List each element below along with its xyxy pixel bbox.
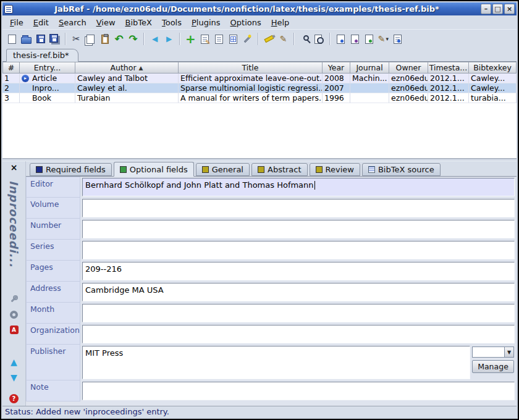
open-file-button[interactable] xyxy=(390,32,405,46)
url-link-icon[interactable]: ▸ xyxy=(22,75,29,82)
month-field[interactable] xyxy=(82,304,515,322)
redo-button[interactable]: ↷ xyxy=(126,32,140,46)
field-label: Note xyxy=(26,380,80,401)
edit-entry-button[interactable]: ✎ xyxy=(198,32,212,46)
next-entry-button[interactable]: ▼ xyxy=(9,372,20,382)
tab-review[interactable]: Review xyxy=(310,163,360,176)
tab-required-fields[interactable]: Required fields xyxy=(30,163,112,176)
write-xmp-button[interactable]: A xyxy=(9,325,20,335)
document-tab[interactable]: thesis-ref.bib* xyxy=(6,49,78,62)
open-database-button[interactable] xyxy=(19,32,33,46)
add-entry-button[interactable]: + xyxy=(184,32,198,46)
column-header-bibtexkey[interactable]: Bibtexkey xyxy=(469,62,517,74)
column-header-year[interactable]: Year xyxy=(323,62,350,74)
column-header-entrytype[interactable]: Entry... xyxy=(20,62,75,74)
generate-key-button[interactable] xyxy=(9,294,20,304)
back-arrow-icon: ◀ xyxy=(152,35,158,43)
publisher-field[interactable]: MIT Press xyxy=(82,346,470,379)
titlebar[interactable]: JabRef - /home/ezn06edu/Documents/nonfic… xyxy=(2,2,517,15)
undo-button[interactable]: ↶ xyxy=(112,32,126,46)
window-buttons: – □ × xyxy=(481,4,515,14)
push-to-application-button[interactable]: ✎▾ xyxy=(376,32,390,46)
series-field[interactable] xyxy=(82,241,515,259)
table-row-selected[interactable]: 2 Inpro... Cawley et al. Sparse multinom… xyxy=(2,83,517,93)
field-label: Number xyxy=(26,219,80,240)
wizard-button[interactable] xyxy=(240,32,255,46)
column-header-number[interactable]: # xyxy=(2,62,20,74)
cell-journal xyxy=(350,93,389,103)
address-field[interactable]: Cambridge MA USA xyxy=(82,283,515,301)
pencil-overlay-icon: ✎ xyxy=(206,39,211,46)
column-header-owner[interactable]: Owner xyxy=(389,62,428,74)
tab-bibtex-source[interactable]: BibTeX source xyxy=(362,163,441,176)
field-label: Pages xyxy=(26,261,80,282)
tab-optional-fields[interactable]: Optional fields xyxy=(114,162,194,177)
cell-year: 1996 xyxy=(323,93,350,103)
forward-button[interactable]: ▶ xyxy=(162,32,176,46)
cell-title: Efficient approximate leave-one-out... xyxy=(179,74,323,83)
table-row[interactable]: 3 Book Turabian A manual for writers of … xyxy=(2,93,517,103)
manage-button[interactable]: Manage xyxy=(472,360,514,373)
menu-help[interactable]: Help xyxy=(266,17,295,28)
field-value: 209--216 xyxy=(85,264,122,274)
editor-field[interactable]: Bernhard Schölkopf and John Platt and Th… xyxy=(82,178,515,196)
combo-dropdown-icon[interactable]: ▼ xyxy=(504,347,513,357)
column-header-timestamp[interactable]: Timesta... xyxy=(428,62,469,74)
note-field[interactable] xyxy=(82,382,515,400)
new-database-button[interactable] xyxy=(5,32,19,46)
wand-icon xyxy=(244,35,251,42)
tab-abstract[interactable]: Abstract xyxy=(251,163,308,176)
mark-entries-button[interactable] xyxy=(262,32,276,46)
save-all-button[interactable] xyxy=(48,32,62,46)
organization-field[interactable] xyxy=(82,325,515,343)
maximize-button[interactable]: □ xyxy=(492,4,503,14)
close-editor-button[interactable]: × xyxy=(9,163,19,173)
number-field[interactable] xyxy=(82,220,515,238)
column-header-journal[interactable]: Journal xyxy=(350,62,389,74)
edit-strings-button[interactable] xyxy=(212,32,226,46)
copy-button[interactable] xyxy=(83,32,98,46)
edit-preamble-button[interactable] xyxy=(226,32,240,46)
edit-pen-button[interactable]: ✎ xyxy=(276,32,290,46)
menu-plugins[interactable]: Plugins xyxy=(187,17,226,28)
cell-timestamp: 2012.1... xyxy=(428,74,469,83)
cell-owner: ezn06edu xyxy=(389,74,428,83)
column-header-author[interactable]: Author ▲ xyxy=(75,62,179,74)
field-row-note: Note xyxy=(26,380,517,401)
tab-general[interactable]: General xyxy=(196,163,250,176)
menu-search[interactable]: Search xyxy=(54,17,91,28)
menu-bibtex[interactable]: BibTeX xyxy=(120,17,157,28)
table-empty-area[interactable] xyxy=(2,103,517,158)
paste-button[interactable] xyxy=(98,32,112,46)
push-to-winedt-button[interactable] xyxy=(362,32,376,46)
cell-entrytype: Book xyxy=(20,93,75,103)
cell-bibtexkey: Cawley... xyxy=(469,74,517,83)
back-button[interactable]: ◀ xyxy=(148,32,162,46)
volume-field[interactable] xyxy=(82,199,515,217)
autoset-button[interactable] xyxy=(9,309,20,319)
cut-button[interactable]: ✂ xyxy=(69,32,83,46)
menu-tools[interactable]: Tools xyxy=(157,17,187,28)
prev-entry-button[interactable]: ▲ xyxy=(9,357,20,367)
cell-entrytype: ▸ Article xyxy=(20,74,75,83)
push-to-emacs-button[interactable] xyxy=(348,32,362,46)
pages-field[interactable]: 209--216 xyxy=(82,262,515,280)
cell-number: 1 xyxy=(2,74,20,83)
menu-view[interactable]: View xyxy=(91,17,120,28)
close-button[interactable]: × xyxy=(504,4,515,14)
menu-file[interactable]: File xyxy=(5,17,28,28)
help-button[interactable]: ? xyxy=(9,393,20,403)
push-to-lyx-button[interactable] xyxy=(334,32,348,46)
incremental-search-button[interactable] xyxy=(312,32,326,46)
search-button[interactable] xyxy=(298,32,312,46)
menubar: File Edit Search View BibTeX Tools Plugi… xyxy=(2,15,517,30)
publisher-combo[interactable]: ▼ xyxy=(472,346,514,358)
field-row-volume: Volume xyxy=(26,198,517,219)
minimize-button[interactable]: – xyxy=(481,4,491,14)
field-row-organization: Organization xyxy=(26,324,517,345)
save-database-button[interactable] xyxy=(33,32,48,46)
menu-options[interactable]: Options xyxy=(226,17,266,28)
menu-edit[interactable]: Edit xyxy=(28,17,54,28)
column-header-title[interactable]: Title xyxy=(179,62,323,74)
table-row[interactable]: 1 ▸ Article Cawley and Talbot Efficient … xyxy=(2,74,517,83)
